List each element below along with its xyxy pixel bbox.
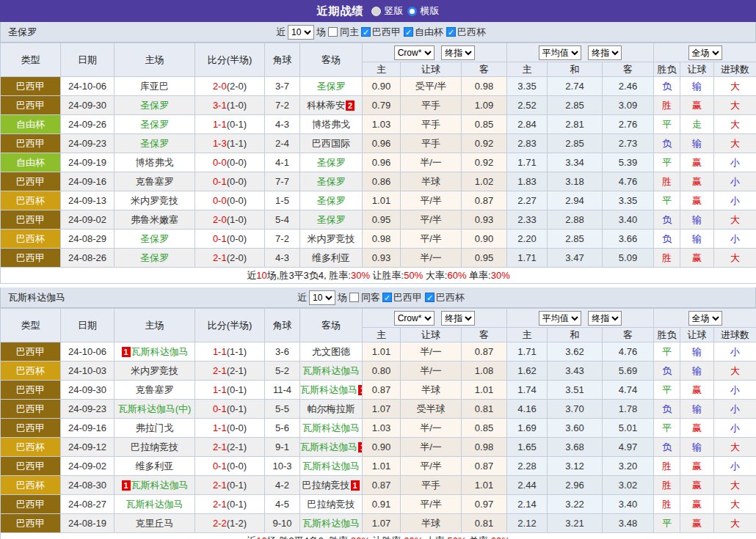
matches-label: 场	[338, 291, 347, 304]
match-type-badge: 巴西甲	[1, 172, 61, 191]
red-card-badge: 1	[358, 442, 363, 452]
team-name: 库亚巴	[140, 81, 169, 92]
fulltime-score: 2-1	[213, 365, 227, 376]
halftime-score: (0-1)	[227, 499, 247, 510]
league-checkbox[interactable]: ✓	[361, 27, 371, 37]
col-home: 主场	[115, 43, 195, 77]
odds-handicap: 半/一	[401, 249, 462, 268]
team-name: 巴拉纳竞技	[308, 499, 355, 510]
match-date: 24-09-19	[61, 153, 115, 172]
match-count-select[interactable]: 10	[309, 290, 335, 305]
result-handicap: 赢	[680, 249, 714, 268]
result-winloss: 平	[654, 381, 680, 400]
away-team: 巴拉纳竞技1	[300, 476, 363, 495]
odds-handicap: 半/一	[401, 438, 462, 457]
odds-handicap: 半/一	[401, 362, 462, 381]
league-checkbox[interactable]: ✓	[382, 293, 392, 302]
score: 0-0(0-0)	[195, 191, 265, 210]
fulltime-score: 0-0	[213, 157, 227, 168]
fulltime-score: 3-1	[213, 100, 227, 111]
full-match-select[interactable]: 全场	[688, 45, 722, 60]
avg-home: 1.69	[507, 419, 548, 438]
full-match-select[interactable]: 全场	[688, 311, 722, 326]
home-team: 1瓦斯科达伽马	[115, 476, 195, 495]
corner-score: 4-3	[265, 115, 300, 134]
score: 2-0(1-0)	[195, 210, 265, 230]
horizontal-layout-radio[interactable]	[407, 7, 417, 16]
col-avg-draw: 和	[548, 328, 603, 342]
avg-away: 2.76	[603, 115, 654, 134]
fulltime-score: 0-1	[213, 233, 227, 244]
match-count-select[interactable]: 10	[288, 25, 314, 40]
final-index-select[interactable]: 终指	[588, 45, 622, 60]
results-table: 类型 日期 主场 比分(半场) 角球 客场 Crow* 终指 平均值 终指 全场	[0, 308, 756, 539]
result-goals: 大	[714, 134, 756, 153]
final-index-select[interactable]: 终指	[588, 311, 622, 326]
home-team: 弗鲁米嫩塞	[115, 210, 195, 230]
result-handicap: 赢	[680, 153, 714, 172]
crow-select[interactable]: Crow*	[394, 45, 435, 60]
home-team: 维多利亚	[115, 457, 195, 476]
score: 1-1(0-0)	[195, 419, 265, 438]
home-team: 巴拉纳竞技	[115, 438, 195, 457]
away-team: 圣保罗	[300, 191, 363, 210]
result-winloss: 平	[654, 115, 680, 134]
col-corner: 角球	[265, 309, 300, 342]
halftime-score: (1-1)	[227, 138, 247, 149]
avg-home: 1.71	[507, 342, 548, 362]
odds-handicap: 平/半	[401, 191, 462, 210]
corner-score: 4-5	[265, 495, 300, 514]
same-side-checkbox[interactable]	[328, 27, 338, 37]
odds-away: 1.02	[462, 172, 507, 191]
same-side-label: 同客	[361, 291, 380, 304]
fulltime-score: 0-1	[213, 403, 227, 414]
away-team: 瓦斯科达伽马	[300, 362, 363, 381]
result-handicap: 赢	[680, 457, 714, 476]
average-select[interactable]: 平均值	[539, 311, 581, 326]
corner-score: 4-3	[265, 249, 300, 268]
result-winloss: 负	[654, 400, 680, 419]
average-select[interactable]: 平均值	[539, 45, 581, 60]
corner-score: 10-3	[265, 457, 300, 476]
table-row: 巴西甲24-08-26圣保罗2-1(2-0)4-3维多利亚0.93半/一0.95…	[1, 249, 756, 268]
same-side-checkbox[interactable]	[349, 293, 359, 302]
match-date: 24-08-29	[61, 230, 115, 249]
team-name: 瓦斯科达伽马	[302, 365, 360, 376]
fulltime-score: 2-0	[213, 214, 227, 225]
col-corner: 角球	[265, 43, 300, 77]
avg-draw: 3.62	[548, 342, 603, 362]
table-row: 巴西甲24-09-02弗鲁米嫩塞2-0(1-0)5-4圣保罗0.95平/半0.9…	[1, 210, 756, 230]
league-checkbox[interactable]: ✓	[446, 27, 456, 37]
halftime-score: (0-1)	[227, 119, 247, 130]
table-row: 巴西杯24-10-03米内罗竞技2-1(2-1)5-2瓦斯科达伽马0.80半/一…	[1, 362, 756, 381]
corner-score: 9-10	[265, 514, 300, 533]
odds-home: 0.90	[363, 77, 401, 96]
final-index-select[interactable]: 终指	[441, 45, 475, 60]
odds-away: 0.98	[462, 77, 507, 96]
col-home: 主场	[115, 309, 195, 342]
fulltime-score: 2-0	[213, 81, 227, 92]
summary-row: 近10场,胜3平4负3, 胜率:30% 让胜率:60% 大率:50% 单率:60…	[1, 533, 756, 539]
final-index-select[interactable]: 终指	[441, 311, 475, 326]
score: 2-1(0-1)	[195, 476, 265, 495]
table-row: 巴西甲24-09-16克鲁塞罗0-1(0-0)7-7圣保罗0.86半球1.021…	[1, 172, 756, 191]
summary-text: 50%	[447, 535, 466, 539]
avg-away: 5.01	[603, 419, 654, 438]
home-team: 库亚巴	[115, 77, 195, 96]
result-goals: 大	[714, 77, 756, 96]
summary-text: 让胜率:	[370, 270, 404, 281]
league-checkbox[interactable]: ✓	[404, 27, 413, 37]
match-type-badge: 巴西甲	[1, 77, 61, 96]
col-result-handicap: 让球	[680, 62, 714, 77]
summary-text: 60%	[491, 535, 510, 539]
odds-away: 0.87	[462, 191, 507, 210]
halftime-score: (0-1)	[227, 480, 247, 491]
league-checkbox[interactable]: ✓	[425, 293, 435, 302]
vertical-layout-radio[interactable]	[371, 7, 381, 16]
avg-home: 2.52	[507, 96, 548, 115]
summary-text: 50%	[404, 270, 423, 281]
fulltime-score: 2-1	[213, 480, 227, 491]
table-row: 自由杯24-09-26圣保罗1-1(0-1)4-3博塔弗戈1.03平手0.852…	[1, 115, 756, 134]
result-winloss: 胜	[654, 96, 680, 115]
crow-select[interactable]: Crow*	[394, 311, 435, 326]
